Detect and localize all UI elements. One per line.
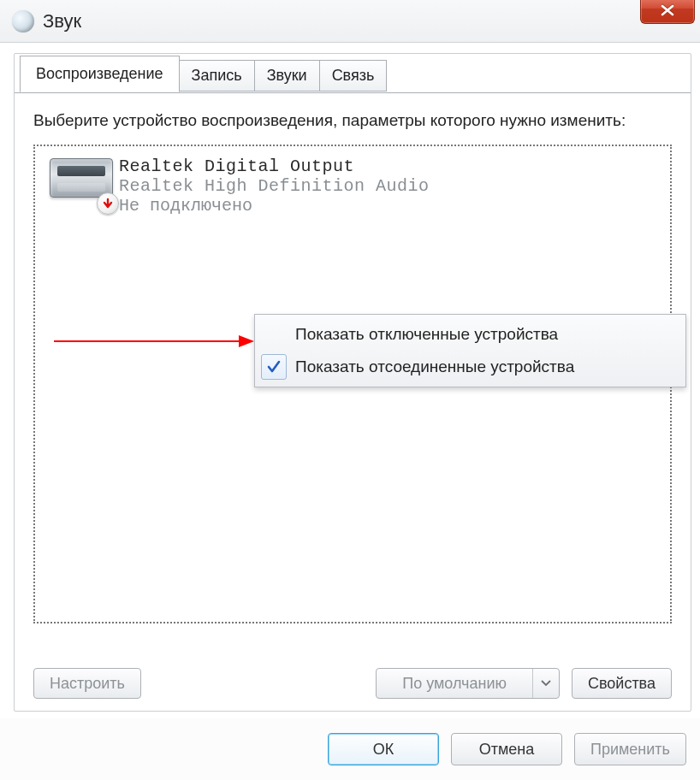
instruction-text: Выберите устройство воспроизведения, пар… [33, 109, 672, 133]
button-label: Настроить [50, 675, 125, 693]
svg-marker-1 [239, 335, 254, 347]
device-item[interactable]: Realtek Digital Output Realtek High Defi… [35, 150, 670, 221]
dialog-footer: ОК Отмена Применить [0, 718, 700, 780]
device-status: Не подключено [119, 196, 430, 216]
arrow-down-icon [102, 198, 114, 210]
tab-body: Выберите устройство воспроизведения, пар… [15, 92, 691, 711]
cancel-button[interactable]: Отмена [451, 733, 562, 765]
tab-label: Связь [332, 67, 375, 85]
tab-playback[interactable]: Воспроизведение [20, 56, 180, 92]
tab-recording[interactable]: Запись [179, 60, 255, 92]
set-default-main[interactable]: По умолчанию [377, 669, 533, 698]
device-hardware-icon [50, 158, 113, 198]
set-default-dropdown[interactable] [533, 669, 559, 698]
button-label: Применить [590, 741, 670, 759]
device-list[interactable]: Realtek Digital Output Realtek High Defi… [33, 145, 672, 623]
close-button[interactable] [640, 0, 695, 24]
properties-button[interactable]: Свойства [572, 668, 672, 699]
menu-checkbox [261, 322, 287, 347]
menu-item-show-disconnected[interactable]: Показать отсоединенные устройства [258, 351, 683, 383]
device-name: Realtek Digital Output [119, 157, 430, 176]
button-label: Отмена [479, 741, 535, 759]
configure-button[interactable]: Настроить [33, 668, 141, 699]
tab-sounds[interactable]: Звуки [254, 60, 320, 92]
close-icon [660, 4, 675, 16]
tab-label: Запись [192, 67, 242, 85]
menu-item-show-disabled[interactable]: Показать отключенные устройства [258, 318, 683, 351]
menu-label: Показать отключенные устройства [295, 325, 558, 344]
menu-label: Показать отсоединенные устройства [295, 358, 574, 376]
button-label: Свойства [588, 675, 656, 693]
tab-communications[interactable]: Связь [319, 60, 388, 92]
status-badge [97, 192, 119, 215]
apply-button[interactable]: Применить [574, 733, 686, 765]
annotation-arrow-icon [54, 333, 254, 350]
tab-label: Звуки [267, 67, 307, 85]
device-icon-wrap [44, 155, 119, 198]
context-menu: Показать отключенные устройства Показать… [254, 314, 686, 387]
tab-label: Воспроизведение [36, 65, 163, 83]
check-icon [266, 359, 282, 375]
menu-checkbox-checked [261, 354, 287, 380]
tab-strip: Воспроизведение Запись Звуки Связь [15, 53, 691, 90]
sound-icon [12, 10, 34, 32]
device-texts: Realtek Digital Output Realtek High Defi… [119, 155, 430, 216]
titlebar: Звук [0, 0, 700, 43]
button-label: ОК [373, 741, 394, 759]
bottom-button-row: Настроить По умолчанию Свойства [33, 668, 672, 699]
set-default-button[interactable]: По умолчанию [376, 668, 560, 699]
dialog-content: Воспроизведение Запись Звуки Связь Выбер… [14, 53, 691, 712]
window-title: Звук [43, 10, 81, 32]
ok-button[interactable]: ОК [328, 733, 439, 765]
chevron-down-icon [541, 680, 551, 687]
button-label: По умолчанию [402, 675, 507, 693]
device-driver: Realtek High Definition Audio [119, 176, 430, 196]
